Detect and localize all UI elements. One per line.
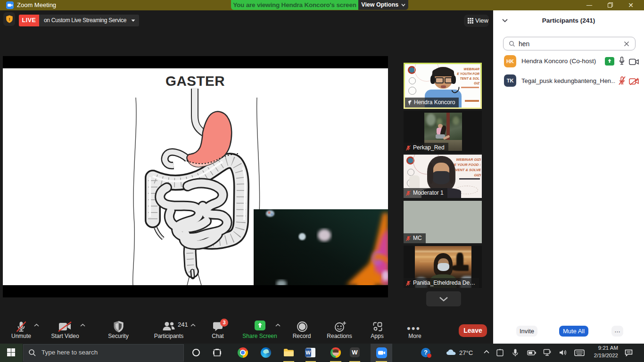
svg-text:!: !: [8, 16, 10, 22]
svg-text:GASTER: GASTER: [165, 73, 225, 89]
